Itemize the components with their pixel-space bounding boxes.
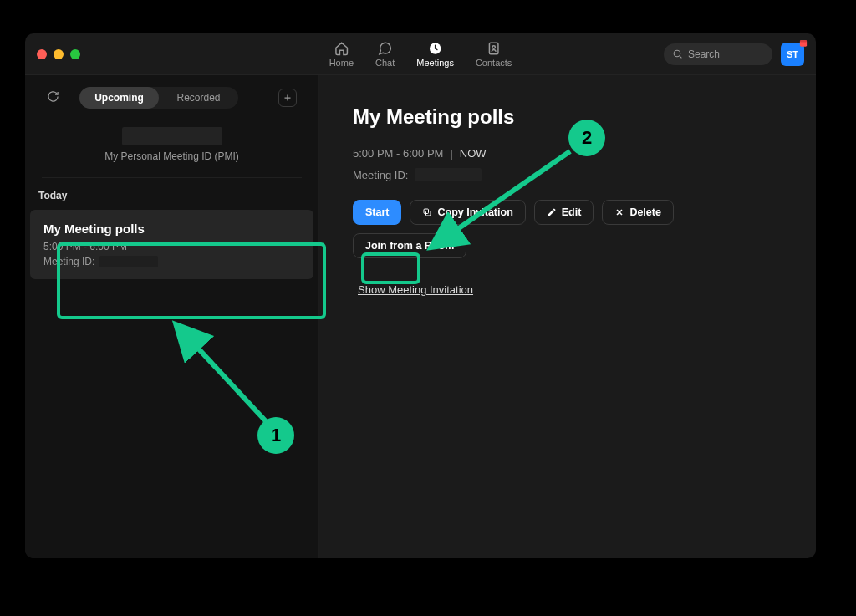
detail-time: 5:00 PM - 6:00 PM [353, 147, 443, 160]
top-nav: Home Chat Meetings [329, 41, 512, 68]
avatar[interactable]: ST [781, 43, 804, 66]
plus-icon [283, 93, 293, 103]
today-heading: Today [38, 190, 297, 201]
detail-id-row: Meeting ID: [353, 168, 782, 181]
pencil-icon [547, 207, 557, 217]
search-input[interactable]: Search [664, 43, 772, 65]
avatar-initials: ST [787, 49, 798, 59]
close-window-button[interactable] [37, 49, 47, 59]
svg-point-3 [674, 50, 680, 57]
pmi-label: My Personal Meeting ID (PMI) [47, 150, 297, 162]
nav-contacts-label: Contacts [476, 58, 512, 68]
meetings-filter-segment: Upcoming Recorded [79, 87, 238, 109]
meeting-item-time: 5:00 PM - 6:00 PM [43, 241, 300, 252]
chat-icon [378, 41, 393, 56]
show-invitation-link[interactable]: Show Meeting Invitation [358, 283, 473, 296]
maximize-window-button[interactable] [70, 49, 80, 59]
copy-invitation-button[interactable]: Copy Invitation [410, 200, 525, 225]
nav-chat[interactable]: Chat [375, 41, 395, 68]
edit-button[interactable]: Edit [534, 200, 594, 225]
app-window: Home Chat Meetings [25, 33, 816, 558]
meeting-detail-pane: My Meeting polls 5:00 PM - 6:00 PM | NOW… [319, 75, 816, 558]
join-from-room-button[interactable]: Join from a Room [353, 233, 466, 258]
topbar-right: Search ST [664, 43, 804, 66]
clock-icon [428, 41, 443, 56]
pmi-number-redacted [122, 127, 222, 145]
home-icon [334, 41, 349, 56]
tab-recorded[interactable]: Recorded [159, 87, 238, 109]
sidebar: Upcoming Recorded My Personal Meeting ID… [25, 75, 319, 558]
detail-title: My Meeting polls [353, 105, 782, 129]
tab-upcoming[interactable]: Upcoming [79, 87, 159, 109]
add-meeting-button[interactable] [278, 89, 297, 107]
detail-now-label: NOW [460, 147, 487, 160]
contacts-icon [487, 41, 502, 56]
copy-icon [422, 207, 432, 217]
start-button[interactable]: Start [353, 200, 401, 225]
search-placeholder: Search [688, 48, 720, 60]
divider [42, 177, 302, 178]
detail-time-row: 5:00 PM - 6:00 PM | NOW [353, 147, 782, 160]
meeting-item-title: My Meeting polls [43, 221, 300, 236]
traffic-lights [37, 49, 80, 59]
refresh-button[interactable] [47, 90, 59, 106]
nav-contacts[interactable]: Contacts [476, 41, 512, 68]
nav-meetings[interactable]: Meetings [416, 41, 454, 68]
search-icon [672, 48, 683, 59]
nav-meetings-label: Meetings [416, 58, 454, 68]
calendar-badge-icon [798, 38, 808, 48]
detail-actions-row: Start Copy Invitation Edit Delete [353, 200, 782, 225]
nav-home[interactable]: Home [329, 41, 354, 68]
svg-line-4 [680, 56, 681, 58]
meeting-item-id-label: Meeting ID: [43, 256, 94, 267]
refresh-icon [47, 90, 59, 103]
nav-chat-label: Chat [375, 58, 395, 68]
svg-point-2 [492, 45, 495, 48]
detail-id-redacted [415, 168, 482, 181]
minimize-window-button[interactable] [54, 49, 64, 59]
pmi-block[interactable]: My Personal Meeting ID (PMI) [47, 127, 297, 162]
titlebar: Home Chat Meetings [25, 33, 816, 75]
svg-rect-6 [800, 40, 807, 42]
separator: | [450, 147, 452, 160]
meeting-list-item[interactable]: My Meeting polls 5:00 PM - 6:00 PM Meeti… [30, 210, 313, 279]
x-icon [614, 207, 624, 217]
detail-id-label: Meeting ID: [353, 169, 408, 181]
meeting-item-id-redacted [99, 256, 158, 267]
nav-home-label: Home [329, 58, 354, 68]
delete-button[interactable]: Delete [602, 200, 674, 225]
